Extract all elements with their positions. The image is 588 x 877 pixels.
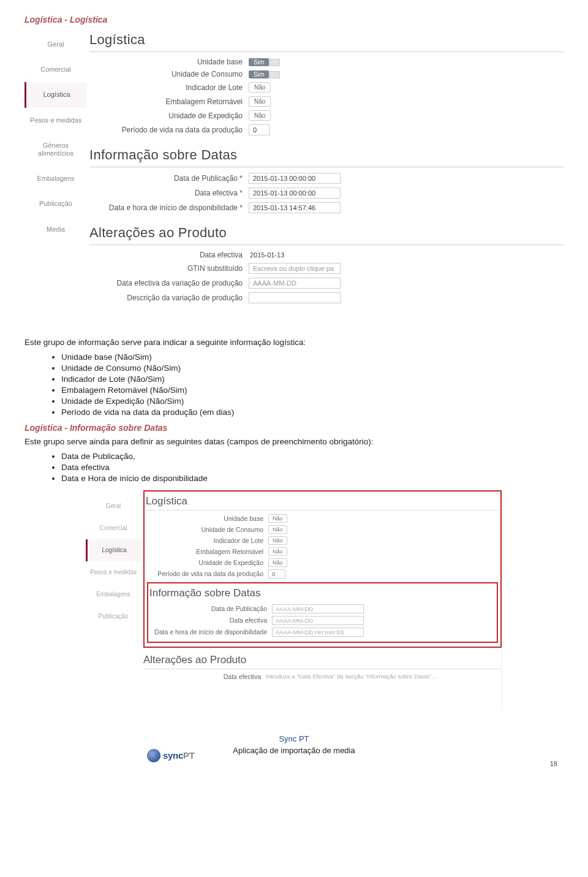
label-data-publicacao: Data de Publicação * (89, 174, 249, 183)
toggle-value: Sim (249, 58, 269, 66)
footer-line1: Sync PT (24, 734, 564, 743)
logo-text-1: sync (163, 750, 183, 761)
form-sidebar-2: Geral Comercial Logística Pesos e medida… (86, 495, 141, 628)
sidebar-item-comercial[interactable]: Comercial (24, 57, 87, 82)
sidebar-item-publicacao[interactable]: Publicação (24, 191, 87, 216)
label-alt-data-efectiva: Data efectiva (143, 673, 266, 680)
toggle-unidade-consumo[interactable]: Não (268, 525, 287, 534)
footer-logo: syncPT (147, 749, 195, 762)
value-alt-data-efectiva: Introduza a "Data Efectiva" da secção "I… (266, 673, 437, 680)
label-alt-data-efectiva: Data efectiva (89, 251, 249, 259)
list-item: Unidade de Expedição (Não/Sim) (61, 397, 564, 406)
list-logistica-fields: Unidade base (Não/Sim) Unidade de Consum… (61, 352, 564, 417)
label-unidade-base: Unidade base (146, 515, 268, 522)
input-data-publicacao[interactable]: AAAA-MM-DD (272, 604, 364, 613)
sidebar-item-publicacao[interactable]: Publicação (86, 606, 141, 628)
toggle-embalagem-retornavel[interactable]: Não (249, 96, 271, 107)
sidebar-item-pesos[interactable]: Pesos e medidas (86, 561, 141, 583)
label-embalagem-retornavel: Embalagem Retornável (89, 97, 249, 106)
sidebar-item-geral[interactable]: Geral (86, 495, 141, 517)
page-footer: Sync PT Aplicação de importação de media… (24, 734, 564, 767)
list-item: Unidade base (Não/Sim) (61, 352, 564, 362)
input-desc-variacao[interactable] (249, 292, 341, 303)
toggle-unidade-base[interactable]: Sim (249, 58, 280, 66)
label-data-efectiva: Data efectiva (149, 617, 272, 624)
toggle-unidade-expedicao[interactable]: Não (268, 558, 287, 567)
toggle-unidade-consumo[interactable]: Sim (249, 70, 280, 78)
section-heading-logistica: Logística - Logística (24, 15, 564, 25)
input-data-disponibilidade[interactable]: AAAA-MM-DD HH:mm:SS (272, 628, 364, 637)
label-data-variacao: Data efectiva da variação de produção (89, 279, 249, 287)
panel-title-alteracoes: Alterações ao Produto (89, 222, 564, 245)
panel-title-alteracoes: Alterações ao Produto (143, 651, 502, 669)
sidebar-item-media[interactable]: Media (24, 217, 87, 242)
list-item: Unidade de Consumo (Não/Sim) (61, 363, 564, 373)
input-periodo-vida[interactable]: 0 (249, 124, 270, 135)
footer-line2: Aplicação de importação de media (24, 746, 564, 755)
panel-title-info-datas: Informação sobre Datas (89, 145, 564, 167)
label-unidade-consumo: Unidade de Consumo (146, 526, 268, 533)
list-item: Data e Hora de início de disponibilidade (61, 474, 564, 483)
value-alt-data-efectiva: 2015-01-13 (249, 250, 285, 260)
list-item: Data de Publicação, (61, 452, 564, 461)
page-number: 18 (550, 760, 557, 767)
label-indicador-lote: Indicador de Lote (89, 83, 249, 92)
highlight-box-inner: Informação sobre Datas Data de Publicaçã… (147, 582, 498, 643)
form-sidebar: Geral Comercial Logística Pesos e medida… (24, 32, 87, 242)
list-item: Embalagem Retornável (Não/Sim) (61, 385, 564, 395)
screenshot-logistica-form: Geral Comercial Logística Pesos e medida… (24, 29, 564, 328)
toggle-indicador-lote[interactable]: Não (249, 82, 271, 93)
list-item: Indicador de Lote (Não/Sim) (61, 374, 564, 384)
label-periodo-vida: Período de vida na data da produção (89, 126, 249, 134)
toggle-value: Sim (249, 70, 269, 78)
logo-text-2: PT (183, 750, 195, 761)
label-gtin-substituido: GTIN substituído (89, 264, 249, 273)
sidebar-item-logistica[interactable]: Logística (86, 539, 141, 561)
input-data-efectiva[interactable]: AAAA-MM-DD (272, 616, 364, 625)
label-data-disponibilidade: Data e hora de início de disponibilidade (149, 629, 272, 636)
list-item: Data efectiva (61, 463, 564, 472)
label-embalagem-retornavel: Embalagem Retornável (146, 548, 268, 555)
section-heading-datas: Logística - Informação sobre Datas (24, 423, 564, 433)
input-data-disponibilidade[interactable]: 2015-01-13 14:57:46 (249, 202, 341, 213)
panel-title-logistica: Logística (89, 29, 564, 52)
toggle-unidade-expedicao[interactable]: Não (249, 110, 271, 121)
label-unidade-base: Unidade base (89, 58, 249, 66)
list-item: Período de vida na data da produção (em … (61, 408, 564, 417)
label-desc-variacao: Descrição da variação de produção (89, 294, 249, 302)
panel-title-logistica: Logística (146, 493, 499, 511)
toggle-unidade-base[interactable]: Não (268, 514, 287, 523)
input-periodo-vida[interactable]: 0 (268, 569, 285, 579)
sidebar-item-comercial[interactable]: Comercial (86, 517, 141, 539)
label-indicador-lote: Indicador de Lote (146, 537, 268, 544)
sidebar-item-embalagens[interactable]: Embalagens (86, 583, 141, 606)
label-unidade-consumo: Unidade de Consumo (89, 70, 249, 78)
sidebar-item-geral[interactable]: Geral (24, 32, 87, 57)
label-data-efectiva: Data efectiva * (89, 189, 249, 197)
panel-title-info-datas: Informação sobre Datas (149, 585, 496, 602)
label-unidade-expedicao: Unidade de Expedição (146, 559, 268, 566)
input-data-variacao[interactable]: AAAA-MM-DD (249, 278, 341, 289)
sidebar-item-generos[interactable]: Géneros alimentícios (24, 133, 87, 166)
highlight-box-outer: Logística Unidade baseNão Unidade de Con… (143, 490, 502, 648)
toggle-indicador-lote[interactable]: Não (268, 536, 287, 545)
paragraph-intro-datas: Este grupo serve ainda para definir as s… (24, 436, 564, 448)
label-unidade-expedicao: Unidade de Expedição (89, 112, 249, 120)
paragraph-intro-logistica: Este grupo de informação serve para indi… (24, 337, 564, 349)
label-periodo-vida: Período de vida na data da produção (146, 570, 268, 577)
label-data-publicacao: Data de Publicação (149, 605, 272, 612)
sidebar-item-pesos[interactable]: Pesos e medidas (24, 108, 87, 133)
input-gtin-substituido[interactable]: Escreva ou duplo clique pa (249, 263, 341, 274)
sidebar-item-logistica[interactable]: Logística (24, 82, 87, 107)
globe-icon (147, 749, 160, 762)
screenshot-logistica-form-highlighted: Geral Comercial Logística Pesos e medida… (86, 489, 502, 710)
input-data-efectiva[interactable]: 2015-01-13 00:00:00 (249, 188, 341, 199)
sidebar-item-embalagens[interactable]: Embalagens (24, 166, 87, 191)
toggle-embalagem-retornavel[interactable]: Não (268, 547, 287, 556)
input-data-publicacao[interactable]: 2015-01-13 00:00:00 (249, 173, 341, 184)
list-datas-fields: Data de Publicação, Data efectiva Data e… (61, 452, 564, 483)
label-data-disponibilidade: Data e hora de início de disponibilidade… (89, 203, 249, 212)
